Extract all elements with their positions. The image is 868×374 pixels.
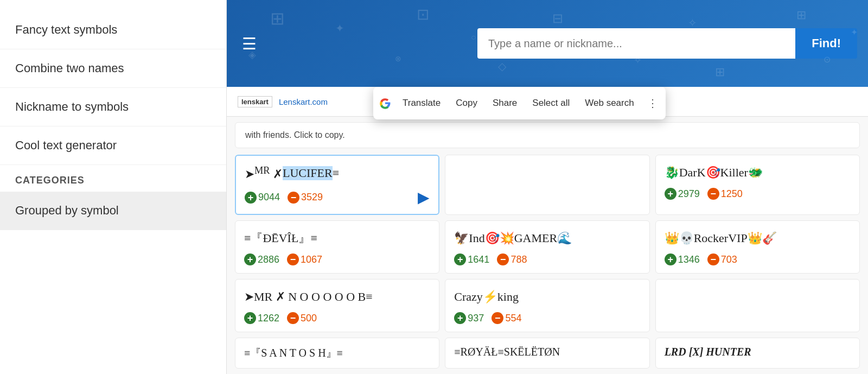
nickname-card-ind-gamer[interactable]: 🦅Ind🎯💥GAMER🌊 + 1641 − 788 <box>445 220 649 274</box>
context-menu-select-all[interactable]: Select all <box>525 92 577 114</box>
main-content: ⊞ ✦ ⊡ ○ ⊟ ◇ ✧ ⊕ ⊞ ✦ ⊡ ◈ ⊗ ◇ ✧ ⊞ ⊙ ⊟ ◈ ☰ … <box>227 0 868 374</box>
stat-up-lucifer: + 9044 <box>245 192 280 204</box>
stat-up-dark-killer: + 2979 <box>665 188 700 200</box>
hamburger-button[interactable]: ☰ <box>238 30 261 58</box>
find-button[interactable]: Find! <box>795 28 857 59</box>
nickname-stats-devil: + 2886 − 1067 <box>244 253 430 265</box>
nickname-card-devil[interactable]: ≡『ĐĒVÎŁ』≡ + 2886 − 1067 <box>235 220 439 274</box>
nickname-grid: ➤MR ✗ LUCIFER≡ + 9044 − 3529 ▶ <box>235 155 860 332</box>
nickname-stats-dark-killer: + 2979 − 1250 <box>665 188 851 200</box>
nickname-card-mr-nooob[interactable]: ➤MR ✗ N O O O O O B≡ + 1262 − 500 <box>235 279 439 332</box>
sidebar-item-combine-two-names[interactable]: Combine two names <box>0 49 226 88</box>
nickname-text-dark-killer: 🐉DarK🎯Killer🐲 <box>665 163 851 182</box>
nickname-text-devil: ≡『ĐĒVÎŁ』≡ <box>244 229 430 248</box>
nickname-text-lucifer: ➤MR ✗ LUCIFER≡ <box>245 163 430 183</box>
minus-icon: − <box>288 192 299 204</box>
stat-up-devil: + 2886 <box>244 253 279 265</box>
stat-up-rocker-vip: + 1346 <box>665 253 700 265</box>
stat-up-crazy-king: + 937 <box>454 312 484 324</box>
nickname-card-lucifer[interactable]: ➤MR ✗ LUCIFER≡ + 9044 − 3529 ▶ <box>235 155 439 215</box>
nickname-stats-ind-gamer: + 1641 − 788 <box>454 253 640 265</box>
stat-down-devil: − 1067 <box>287 253 322 265</box>
nickname-stats-rocker-vip: + 1346 − 703 <box>665 253 851 265</box>
ad-url[interactable]: Lenskart.com <box>279 97 328 106</box>
context-menu-share[interactable]: Share <box>485 92 525 114</box>
nickname-text-mr-nooob: ➤MR ✗ N O O O O O B≡ <box>244 287 430 307</box>
stat-down-dark-killer: − 1250 <box>707 188 743 200</box>
sidebar: Fancy text symbols Combine two names Nic… <box>0 0 227 374</box>
stat-down-mr-nooob: − 500 <box>287 312 317 324</box>
nickname-text-crazy-king: Crazy⚡king <box>454 287 640 307</box>
content-area: with friends. Click to copy. ➤MR ✗ LUCIF… <box>227 117 868 374</box>
nickname-stats-lucifer: + 9044 − 3529 ▶ <box>245 188 430 206</box>
nickname-card-santosh[interactable]: ≡『S A N T O S H』≡ <box>235 338 439 369</box>
nickname-stats-mr-nooob: + 1262 − 500 <box>244 312 430 324</box>
sidebar-item-grouped-by-symbol[interactable]: Grouped by symbol <box>0 192 226 230</box>
categories-header: CATEGORIES <box>0 165 226 192</box>
context-menu-web-search[interactable]: Web search <box>577 92 641 114</box>
stat-down-ind-gamer: − 788 <box>497 253 527 265</box>
ad-logo: lenskart <box>238 96 272 107</box>
plus-icon: + <box>245 192 257 204</box>
nickname-text-ind-gamer: 🦅Ind🎯💥GAMER🌊 <box>454 229 640 248</box>
context-menu-more[interactable]: ⋮ <box>642 91 663 115</box>
context-menu-translate[interactable]: Translate <box>395 92 448 114</box>
stat-down-rocker-vip: − 703 <box>707 253 737 265</box>
stat-up-mr-nooob: + 1262 <box>244 312 279 324</box>
empty-cell-1 <box>445 155 649 215</box>
content-intro: with friends. Click to copy. <box>235 122 860 148</box>
nickname-card-rocker-vip[interactable]: 👑💀RockerVIP👑🎸 + 1346 − 703 <box>655 220 860 274</box>
search-bar: Find! <box>477 28 857 59</box>
nickname-stats-crazy-king: + 937 − 554 <box>454 312 640 324</box>
nickname-card-crazy-king[interactable]: Crazy⚡king + 937 − 554 <box>445 279 649 332</box>
sidebar-item-fancy-text-symbols[interactable]: Fancy text symbols <box>0 11 226 49</box>
bottom-row: ≡『S A N T O S H』≡ ≡RØYÄŁ≡SKËLËTØN LRD [X… <box>235 338 860 369</box>
header: ⊞ ✦ ⊡ ○ ⊟ ◇ ✧ ⊕ ⊞ ✦ ⊡ ◈ ⊗ ◇ ✧ ⊞ ⊙ ⊟ ◈ ☰ … <box>227 0 868 87</box>
bookmark-indicator: ▶ <box>418 188 430 206</box>
stat-down-crazy-king: − 554 <box>492 312 521 324</box>
stat-down-lucifer: − 3529 <box>288 192 323 204</box>
nickname-card-skeleton[interactable]: ≡RØYÄŁ≡SKËLËTØN <box>445 338 649 369</box>
stat-up-ind-gamer: + 1641 <box>454 253 489 265</box>
sidebar-item-cool-text-generator[interactable]: Cool text generator <box>0 126 226 165</box>
context-menu: Translate Copy Share Select all Web sear… <box>373 87 666 119</box>
google-icon <box>375 93 395 113</box>
nickname-card-dark-killer[interactable]: 🐉DarK🎯Killer🐲 + 2979 − 1250 <box>655 155 860 215</box>
empty-cell-2 <box>655 279 860 332</box>
nickname-card-lrd-hunter[interactable]: LRD [X] HUNTER <box>655 338 860 369</box>
sidebar-item-nickname-to-symbols[interactable]: Nickname to symbols <box>0 88 226 126</box>
context-menu-copy[interactable]: Copy <box>448 92 485 114</box>
nickname-text-rocker-vip: 👑💀RockerVIP👑🎸 <box>665 229 851 248</box>
search-input[interactable] <box>477 28 795 59</box>
